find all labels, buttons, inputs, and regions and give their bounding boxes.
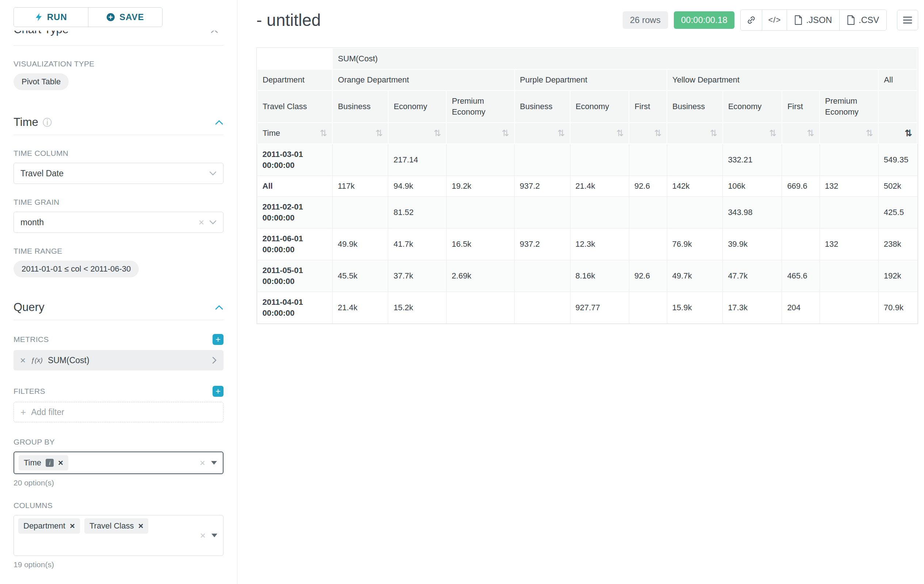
pivot-value-cell bbox=[570, 144, 629, 176]
sort-icon[interactable]: ⇅ bbox=[616, 129, 624, 138]
app: RUN SAVE Chart Type VISUALIZATION TYPE P… bbox=[0, 0, 924, 584]
sort-icon[interactable]: ⇅ bbox=[807, 129, 814, 138]
sort-icon[interactable]: ⇅ bbox=[375, 129, 383, 138]
group-by-options-hint: 20 option(s) bbox=[13, 479, 223, 487]
pivot-sort-cell: ⇅ bbox=[570, 123, 629, 144]
pivot-row: All117k94.9k19.2k937.221.4k92.6142k106k6… bbox=[257, 176, 917, 197]
pivot-subcolumn-header: Business bbox=[667, 90, 723, 123]
time-grain-select[interactable]: month × bbox=[13, 212, 223, 233]
pivot-value-cell: 332.21 bbox=[723, 144, 782, 176]
metrics-field-header: METRICS + bbox=[13, 334, 223, 345]
chevron-right-icon[interactable] bbox=[212, 357, 217, 364]
pivot-subcolumn-header: Premium Economy bbox=[820, 90, 878, 123]
sort-icon[interactable]: ⇅ bbox=[320, 129, 327, 138]
columns-select[interactable]: Department × Travel Class × × bbox=[13, 515, 223, 556]
pivot-value-cell: 502k bbox=[878, 176, 917, 197]
pivot-value-cell: 92.6 bbox=[629, 260, 667, 292]
sort-icon[interactable]: ⇅ bbox=[769, 129, 776, 138]
time-range-chip[interactable]: 2011-01-01 ≤ col < 2011-06-30 bbox=[13, 261, 139, 277]
sort-icon[interactable]: ⇅ bbox=[654, 129, 662, 138]
columns-options-hint: 19 option(s) bbox=[13, 560, 223, 569]
lightning-icon bbox=[35, 13, 43, 21]
pivot-value-cell: 39.9k bbox=[723, 229, 782, 260]
pivot-value-cell bbox=[782, 144, 820, 176]
chevron-up-icon bbox=[215, 305, 223, 310]
view-query-button[interactable]: </> bbox=[762, 10, 787, 30]
clear-icon[interactable]: × bbox=[200, 458, 205, 467]
visualization-type-label: VISUALIZATION TYPE bbox=[13, 59, 223, 68]
pivot-metric-header: SUM(Cost) bbox=[332, 48, 917, 69]
pivot-sort-cell: ⇅ bbox=[820, 123, 878, 144]
code-icon: </> bbox=[768, 15, 781, 25]
add-filter-dropzone[interactable]: + Add filter bbox=[13, 402, 223, 422]
sort-icon[interactable]: ⇅ bbox=[502, 129, 509, 138]
pivot-value-cell: 16.5k bbox=[446, 229, 514, 260]
sort-icon[interactable]: ⇅ bbox=[434, 129, 441, 138]
add-metric-button[interactable]: + bbox=[213, 334, 223, 345]
sort-icon[interactable]: ⇅ bbox=[866, 129, 873, 138]
clear-icon[interactable]: × bbox=[200, 531, 206, 540]
columns-chip[interactable]: Department × bbox=[18, 518, 80, 534]
pivot-value-cell: 12.3k bbox=[570, 229, 629, 260]
group-by-chip[interactable]: Time i × bbox=[19, 455, 68, 470]
save-button[interactable]: SAVE bbox=[88, 8, 163, 26]
caret-down-icon[interactable] bbox=[211, 461, 217, 465]
plus-icon: + bbox=[20, 406, 26, 418]
remove-chip-icon[interactable]: × bbox=[58, 459, 63, 467]
pivot-value-cell: 465.6 bbox=[782, 260, 820, 292]
pivot-value-cell: 106k bbox=[723, 176, 782, 197]
pivot-value-cell bbox=[515, 292, 571, 324]
sort-icon[interactable]: ⇅ bbox=[710, 129, 717, 138]
time-column-select[interactable]: Travel Date bbox=[13, 163, 223, 184]
pivot-value-cell: 15.9k bbox=[667, 292, 723, 324]
export-json-button[interactable]: .JSON bbox=[787, 10, 839, 30]
pivot-row: 2011-04-01 00:00:0021.4k15.2k927.7715.9k… bbox=[257, 292, 917, 324]
chart-title[interactable]: - untitled bbox=[256, 10, 321, 30]
chevron-up-icon[interactable] bbox=[210, 31, 218, 34]
pivot-sort-cell: ⇅ bbox=[629, 123, 667, 144]
pivot-sort-cell: ⇅ bbox=[667, 123, 723, 144]
pivot-all-header: All bbox=[878, 69, 917, 90]
pivot-value-cell bbox=[820, 260, 878, 292]
chart-menu-button[interactable] bbox=[897, 10, 918, 30]
pivot-value-cell: 937.2 bbox=[515, 176, 571, 197]
remove-metric-icon[interactable]: × bbox=[20, 355, 26, 365]
clear-icon[interactable]: × bbox=[199, 217, 204, 227]
time-column-label: TIME COLUMN bbox=[13, 149, 223, 158]
time-section-title: Time bbox=[13, 116, 38, 129]
group-by-select[interactable]: Time i × × bbox=[13, 451, 223, 474]
pivot-value-cell bbox=[515, 144, 571, 176]
query-section-collapse[interactable] bbox=[215, 305, 223, 310]
pivot-value-cell: 425.5 bbox=[878, 197, 917, 229]
divider bbox=[13, 320, 223, 320]
remove-chip-icon[interactable]: × bbox=[70, 521, 75, 530]
add-filter-button[interactable]: + bbox=[213, 386, 223, 397]
caret-down-icon[interactable] bbox=[211, 534, 217, 537]
pivot-value-cell: 549.35 bbox=[878, 144, 917, 176]
columns-chip[interactable]: Travel Class × bbox=[84, 518, 148, 534]
metric-chip[interactable]: × ƒ(x) SUM(Cost) bbox=[13, 350, 223, 370]
pivot-value-cell: 47.7k bbox=[723, 260, 782, 292]
pivot-value-cell: 2.69k bbox=[446, 260, 514, 292]
share-link-button[interactable] bbox=[741, 10, 762, 30]
export-csv-label: .CSV bbox=[859, 15, 879, 25]
sort-icon[interactable]: ⇅ bbox=[557, 129, 564, 138]
pivot-value-cell: 41.7k bbox=[388, 229, 446, 260]
remove-chip-icon[interactable]: × bbox=[138, 521, 143, 530]
pivot-value-cell: 937.2 bbox=[515, 229, 571, 260]
pivot-travel-class-label: Travel Class bbox=[257, 90, 332, 123]
pivot-value-cell bbox=[515, 197, 571, 229]
run-save-button-group: RUN SAVE bbox=[13, 7, 163, 27]
time-section-collapse[interactable] bbox=[215, 120, 223, 125]
sort-icon[interactable]: ⇅ bbox=[905, 129, 912, 138]
columns-label: COLUMNS bbox=[13, 501, 223, 510]
pivot-value-cell bbox=[629, 197, 667, 229]
visualization-type-chip[interactable]: Pivot Table bbox=[13, 73, 69, 90]
pivot-value-cell bbox=[446, 197, 514, 229]
query-section-title: Query bbox=[13, 301, 44, 314]
run-button[interactable]: RUN bbox=[14, 8, 88, 26]
pivot-row-label: 2011-05-01 00:00:00 bbox=[257, 260, 332, 292]
pivot-subcolumn-header: Premium Economy bbox=[446, 90, 514, 123]
export-csv-button[interactable]: .CSV bbox=[839, 10, 886, 30]
pivot-row-label: 2011-03-01 00:00:00 bbox=[257, 144, 332, 176]
